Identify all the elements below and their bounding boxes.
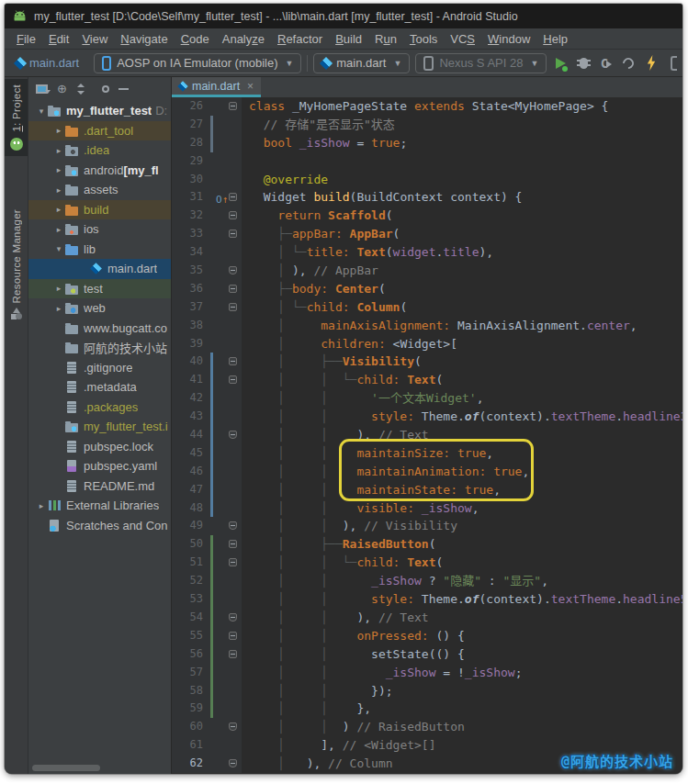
fold-marker-open[interactable] xyxy=(229,193,237,201)
menu-item-navigate[interactable]: Navigate xyxy=(114,30,174,48)
gutter[interactable]: 26 xyxy=(172,97,242,116)
fold-marker-open[interactable] xyxy=(229,357,237,365)
menu-item-refactor[interactable]: Refactor xyxy=(271,30,329,48)
gutter[interactable]: 44 xyxy=(172,426,242,444)
gutter[interactable]: 55 xyxy=(172,627,242,645)
device-selector-dropdown[interactable]: AOSP on IA Emulator (mobile) ▼ xyxy=(94,53,301,73)
menu-item-tools[interactable]: Tools xyxy=(403,30,444,48)
tab-main-dart[interactable]: main.dart × xyxy=(172,77,261,97)
gutter[interactable]: 29 xyxy=(172,152,242,171)
gutter[interactable]: 54 xyxy=(172,609,242,627)
target-device-dropdown[interactable]: Nexus S API 28 ▼ xyxy=(415,53,547,73)
gutter[interactable]: 36 xyxy=(172,280,242,298)
gutter[interactable]: 58 xyxy=(172,682,242,700)
tool-button-project[interactable]: 1: Project xyxy=(5,79,28,156)
fold-marker-close[interactable] xyxy=(229,759,237,767)
project-view-selector-button[interactable] xyxy=(36,84,48,94)
fold-marker-open[interactable] xyxy=(229,303,237,311)
gutter[interactable]: 42 xyxy=(172,389,242,408)
menu-item-view[interactable]: View xyxy=(75,30,114,48)
tree-item-readme-md[interactable]: README.md xyxy=(28,476,171,497)
fold-marker-open[interactable] xyxy=(229,285,237,293)
menu-item-analyze[interactable]: Analyze xyxy=(216,30,271,48)
tree-item-scratches-and-con[interactable]: Scratches and Con xyxy=(28,516,171,536)
tree-item-pubspec-lock[interactable]: pubspec.lock xyxy=(28,437,171,457)
tree-item--gitignore[interactable]: .gitignore xyxy=(28,358,171,378)
chevron-expanded-icon[interactable]: ▾ xyxy=(35,106,48,116)
menu-item-vcs[interactable]: VCS xyxy=(444,30,481,48)
tree-item-阿航的技术小站[interactable]: 阿航的技术小站 xyxy=(28,338,171,358)
tree-item--dart-tool[interactable]: ▸.dart_tool xyxy=(28,121,171,141)
tree-item-web[interactable]: ▸web xyxy=(28,298,171,319)
tree-item-pubspec-yaml[interactable]: pubspec.yaml xyxy=(28,456,171,476)
gutter[interactable]: 59 xyxy=(172,700,242,718)
flutter-hot-reload-button[interactable] xyxy=(643,53,660,73)
collapse-all-button[interactable] xyxy=(76,84,85,95)
close-tab-icon[interactable]: × xyxy=(247,80,254,93)
gutter[interactable]: 48 xyxy=(172,499,242,518)
gutter[interactable]: 53 xyxy=(172,590,242,609)
tree-item-main-dart[interactable]: main.dart xyxy=(28,259,171,279)
chevron-collapsed-icon[interactable]: ▸ xyxy=(52,205,65,214)
chevron-collapsed-icon[interactable]: ▸ xyxy=(52,304,65,313)
chevron-collapsed-icon[interactable]: ▸ xyxy=(52,185,65,195)
profiler-button[interactable] xyxy=(620,53,637,73)
gutter[interactable]: 33 xyxy=(172,225,242,243)
tree-item-android[interactable]: ▸android [my_fl xyxy=(28,161,171,181)
fold-marker-open[interactable] xyxy=(229,211,237,219)
tree-item-build[interactable]: ▸build xyxy=(28,200,171,220)
code-editor[interactable]: 26class _MyHomePageState extends State<M… xyxy=(172,97,682,774)
fold-marker-open[interactable] xyxy=(229,230,237,238)
gutter[interactable]: 41 xyxy=(172,371,242,389)
gutter[interactable]: 62 xyxy=(172,755,242,773)
gutter[interactable]: 38 xyxy=(172,317,242,335)
tree-item-assets[interactable]: ▸assets xyxy=(28,180,171,200)
tree-item-external-libraries[interactable]: ▸External Libraries xyxy=(28,496,171,516)
tree-item--metadata[interactable]: .metadata xyxy=(28,377,171,398)
gutter[interactable]: 34 xyxy=(172,243,242,262)
gutter[interactable]: 31O↑ xyxy=(172,188,242,207)
locate-file-button[interactable]: ⊕ xyxy=(57,82,67,95)
gutter[interactable]: 32 xyxy=(172,207,242,225)
fold-marker-close[interactable] xyxy=(229,613,237,622)
tree-item-test[interactable]: ▸test xyxy=(28,279,171,299)
fold-marker-open[interactable] xyxy=(229,375,237,384)
fold-marker-close[interactable] xyxy=(229,266,237,274)
gutter[interactable]: 46 xyxy=(172,463,242,481)
gutter[interactable]: 27 xyxy=(172,116,242,134)
chevron-expanded-icon[interactable]: ▾ xyxy=(52,244,65,253)
tree-item-ios[interactable]: ▸ios xyxy=(28,219,171,240)
tree-item--idea[interactable]: ▸.idea xyxy=(28,140,171,161)
gutter[interactable]: 52 xyxy=(172,572,242,590)
gutter[interactable]: 60 xyxy=(172,718,242,736)
tree-item-www-bugcatt-co[interactable]: www.bugcatt.co xyxy=(28,319,171,339)
run-button[interactable] xyxy=(552,53,570,73)
gutter[interactable]: 61 xyxy=(172,736,242,755)
menu-item-run[interactable]: Run xyxy=(368,30,403,48)
tree-item-my-flutter-test-i[interactable]: my_flutter_test.i xyxy=(28,417,171,437)
menu-item-edit[interactable]: Edit xyxy=(42,30,75,48)
chevron-collapsed-icon[interactable]: ▸ xyxy=(52,165,65,174)
fold-marker-open[interactable] xyxy=(229,558,237,566)
gutter[interactable]: 50 xyxy=(172,535,242,554)
tool-button-resource-manager[interactable]: Resource Manager xyxy=(5,204,28,326)
gutter[interactable]: 37 xyxy=(172,298,242,317)
fold-marker-close[interactable] xyxy=(229,431,237,439)
chevron-collapsed-icon[interactable]: ▸ xyxy=(52,146,65,155)
gutter[interactable]: 47 xyxy=(172,481,242,499)
gutter[interactable]: 30 xyxy=(172,171,242,189)
attach-debugger-button[interactable]: C xyxy=(598,53,615,73)
gutter[interactable]: 56 xyxy=(172,645,242,664)
tree-item--packages[interactable]: .packages xyxy=(28,398,171,418)
gutter[interactable]: 49 xyxy=(172,517,242,535)
tree-item-lib[interactable]: ▾lib xyxy=(28,240,171,260)
hide-panel-button[interactable] xyxy=(118,88,129,90)
fold-marker-close[interactable] xyxy=(229,722,237,731)
panel-settings-button[interactable] xyxy=(102,85,109,93)
menu-item-file[interactable]: File xyxy=(10,30,42,48)
gutter[interactable]: 40 xyxy=(172,353,242,371)
gutter[interactable]: 51 xyxy=(172,554,242,572)
debug-button[interactable] xyxy=(575,53,592,73)
run-config-dropdown[interactable]: main.dart ▼ xyxy=(313,53,410,73)
chevron-collapsed-icon[interactable]: ▸ xyxy=(35,501,48,510)
